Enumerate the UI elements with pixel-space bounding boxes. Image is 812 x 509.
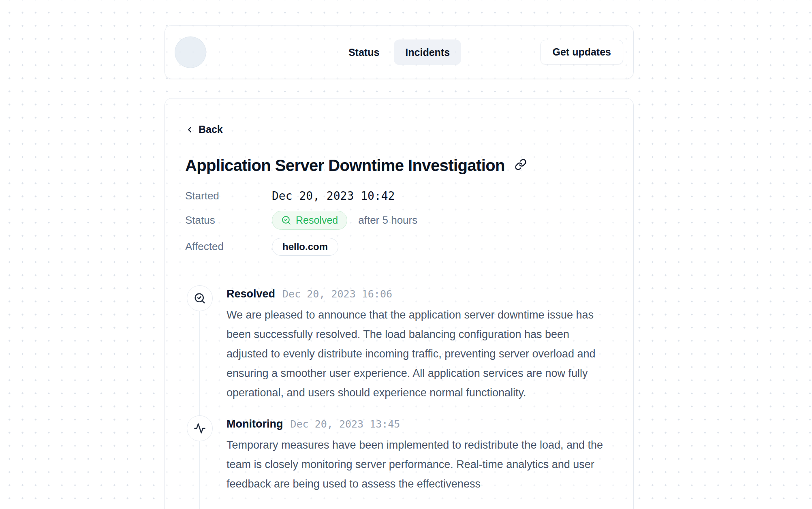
entry-message: Temporary measures have been implemented…: [227, 435, 613, 494]
status-badge-label: Resolved: [296, 214, 338, 226]
affected-row: hello.com: [272, 238, 614, 256]
activity-icon: [187, 415, 213, 441]
top-nav-card: Status Incidents Get updates: [165, 25, 634, 79]
entry-status: Monitoring: [227, 417, 283, 431]
timeline-entry: Resolved Dec 20, 2023 16:06 We are pleas…: [185, 285, 614, 402]
page-column: Status Incidents Get updates Back Applic…: [165, 25, 634, 509]
title-row: Application Server Downtime Investigatio…: [185, 156, 614, 175]
status-duration: after 5 hours: [358, 214, 417, 227]
divider: [185, 268, 614, 268]
search-check-icon: [187, 285, 213, 311]
tab-incidents[interactable]: Incidents: [394, 39, 461, 65]
timeline-entry: Monitoring Dec 20, 2023 13:45 Temporary …: [185, 415, 614, 494]
status-label: Status: [185, 214, 272, 227]
status-badge: Resolved: [272, 211, 347, 230]
back-link[interactable]: Back: [185, 124, 223, 135]
tab-status[interactable]: Status: [337, 39, 391, 65]
entry-message: We are pleased to announce that the appl…: [227, 305, 613, 402]
started-value: Dec 20, 2023 10:42: [272, 189, 614, 203]
status-row: Resolved after 5 hours: [272, 211, 614, 230]
affected-chip[interactable]: hello.com: [272, 238, 338, 256]
brand-avatar: [175, 36, 206, 68]
nav-tabs: Status Incidents: [337, 39, 461, 65]
back-label: Back: [199, 124, 223, 135]
page-title: Application Server Downtime Investigatio…: [185, 156, 505, 175]
timeline-entry-content: Monitoring Dec 20, 2023 13:45 Temporary …: [227, 417, 613, 494]
timeline-entry-content: Resolved Dec 20, 2023 16:06 We are pleas…: [227, 287, 613, 402]
chevron-left-icon: [185, 125, 194, 134]
incident-meta: Started Dec 20, 2023 10:42 Status Resolv…: [185, 189, 614, 256]
started-label: Started: [185, 190, 272, 202]
affected-label: Affected: [185, 240, 272, 253]
entry-timestamp: Dec 20, 2023 16:06: [282, 287, 392, 301]
search-check-icon: [281, 215, 291, 225]
link-icon[interactable]: [515, 158, 527, 172]
entry-timestamp: Dec 20, 2023 13:45: [290, 417, 400, 431]
incident-timeline: Resolved Dec 20, 2023 16:06 We are pleas…: [185, 285, 614, 494]
incident-card: Back Application Server Downtime Investi…: [165, 98, 634, 509]
entry-status: Resolved: [227, 287, 275, 301]
get-updates-button[interactable]: Get updates: [541, 40, 623, 64]
